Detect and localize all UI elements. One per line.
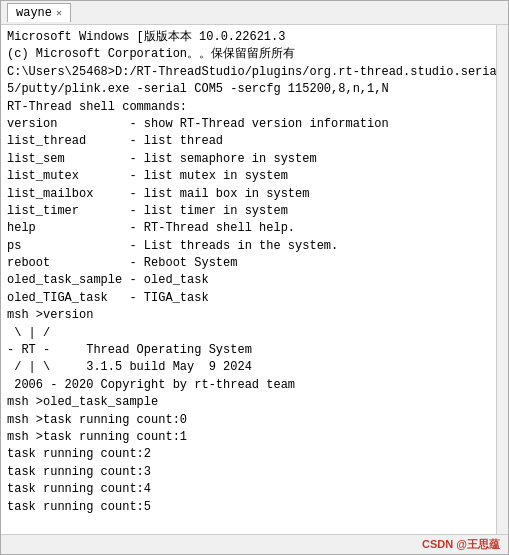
terminal-wrapper: Microsoft Windows [版版本本 10.0.22621.3(c) … [1,25,508,534]
terminal-line: ps - List threads in the system. [7,238,490,255]
terminal-line: reboot - Reboot System [7,255,490,272]
tab-close-icon[interactable]: ✕ [56,7,62,19]
csdn-label: CSDN @王思蕴 [422,537,500,552]
bottom-bar: CSDN @王思蕴 [1,534,508,554]
terminal-line: list_timer - list timer in system [7,203,490,220]
main-window: wayne ✕ Microsoft Windows [版版本本 10.0.226… [0,0,509,555]
title-bar: wayne ✕ [1,1,508,25]
tab-wayne[interactable]: wayne ✕ [7,3,71,22]
terminal-line: oled_task_sample - oled_task [7,272,490,289]
terminal-line: list_mailbox - list mail box in system [7,186,490,203]
terminal-line: \ | / [7,325,490,342]
terminal-line: list_thread - list thread [7,133,490,150]
terminal-line: task running count:2 [7,446,490,463]
terminal-line: msh >version [7,307,490,324]
terminal-line: version - show RT-Thread version informa… [7,116,490,133]
terminal-line: list_sem - list semaphore in system [7,151,490,168]
terminal-line: - RT - Thread Operating System [7,342,490,359]
terminal-line: 5/putty/plink.exe -serial COM5 -sercfg 1… [7,81,490,98]
terminal-line: msh >oled_task_sample [7,394,490,411]
terminal-line: oled_TIGA_task - TIGA_task [7,290,490,307]
terminal-line: Microsoft Windows [版版本本 10.0.22621.3 [7,29,490,46]
terminal-line: task running count:3 [7,464,490,481]
terminal-line: help - RT-Thread shell help. [7,220,490,237]
terminal-line: / | \ 3.1.5 build May 9 2024 [7,359,490,376]
terminal-line: RT-Thread shell commands: [7,99,490,116]
terminal-line: task running count:5 [7,499,490,516]
terminal-line: C:\Users\25468>D:/RT-ThreadStudio/plugin… [7,64,490,81]
terminal-line: (c) Microsoft Corporation。。保保留留所所有 [7,46,490,63]
tab-label: wayne [16,6,52,20]
terminal-line: list_mutex - list mutex in system [7,168,490,185]
terminal-output[interactable]: Microsoft Windows [版版本本 10.0.22621.3(c) … [1,25,496,534]
terminal-line: msh >task running count:0 [7,412,490,429]
terminal-line: 2006 - 2020 Copyright by rt-thread team [7,377,490,394]
terminal-line: msh >task running count:1 [7,429,490,446]
terminal-line: task running count:4 [7,481,490,498]
scrollbar[interactable] [496,25,508,534]
